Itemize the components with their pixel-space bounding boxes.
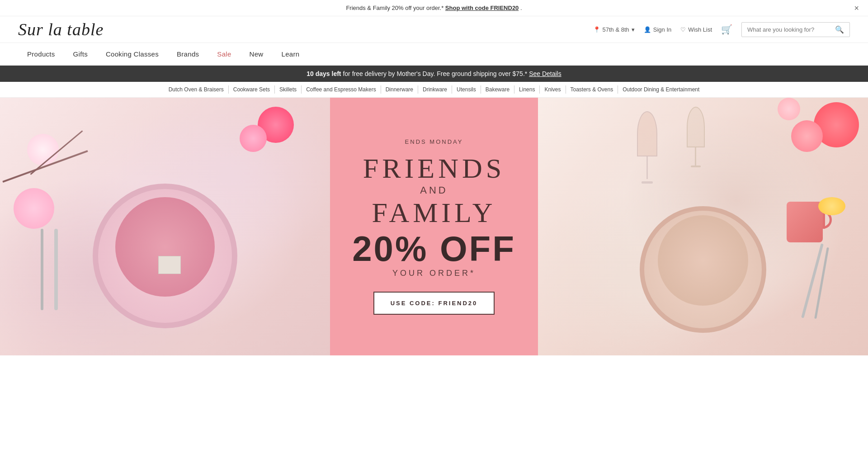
sub-nav-outdoor[interactable]: Outdoor Dining & Entertainment bbox=[618, 85, 704, 94]
hero-cta-button[interactable]: USE CODE: FRIEND20 bbox=[373, 292, 495, 315]
sub-nav-linens[interactable]: Linens bbox=[514, 85, 540, 94]
hero-left-image bbox=[0, 98, 330, 355]
gift-decoration bbox=[158, 256, 181, 274]
search-icon[interactable]: 🔍 bbox=[835, 25, 844, 34]
hero-right-image bbox=[538, 98, 868, 355]
sub-nav-toasters[interactable]: Toasters & Ovens bbox=[566, 85, 618, 94]
sub-nav-cookware-sets[interactable]: Cookware Sets bbox=[229, 85, 275, 94]
delivery-banner: 10 days left for free delivery by Mother… bbox=[0, 66, 868, 82]
banner-link[interactable]: Shop with code FRIEND20 bbox=[445, 5, 519, 11]
wine-glass-2 bbox=[687, 107, 705, 170]
nav-item-sale[interactable]: Sale bbox=[208, 43, 240, 65]
location-selector[interactable]: 📍 57th & 8th ▾ bbox=[593, 26, 635, 33]
wish-list-text: Wish List bbox=[688, 26, 712, 33]
plate-inner-right bbox=[658, 215, 748, 306]
cart-button[interactable]: 🛒 bbox=[721, 24, 732, 35]
sub-nav-knives[interactable]: Knives bbox=[540, 85, 566, 94]
sub-nav-skillets[interactable]: Skillets bbox=[275, 85, 302, 94]
sub-nav-utensils[interactable]: Utensils bbox=[452, 85, 481, 94]
sub-nav-drinkware[interactable]: Drinkware bbox=[418, 85, 452, 94]
hero-promo-panel: ENDS MONDAY FRIENDS AND FAMILY 20% OFF Y… bbox=[330, 98, 538, 355]
delivery-details-link[interactable]: See Details bbox=[529, 70, 561, 77]
nav-item-brands[interactable]: Brands bbox=[168, 43, 208, 65]
knife-decoration bbox=[41, 229, 43, 310]
cart-icon: 🛒 bbox=[721, 24, 732, 34]
sub-nav-coffee[interactable]: Coffee and Espresso Makers bbox=[302, 85, 381, 94]
top-banner: Friends & Family 20% off your order.* Sh… bbox=[0, 0, 868, 16]
flower-right-3 bbox=[778, 98, 800, 120]
flower-2 bbox=[240, 125, 267, 152]
plate-inner-decoration bbox=[115, 197, 215, 297]
heart-icon: ♡ bbox=[680, 26, 686, 33]
fork-right bbox=[801, 243, 824, 318]
hero-and-text: AND bbox=[420, 184, 448, 196]
nav-item-learn[interactable]: Learn bbox=[273, 43, 309, 65]
logo-text: Sur la table bbox=[18, 21, 104, 38]
header-right: 📍 57th & 8th ▾ 👤 Sign In ♡ Wish List 🛒 🔍 bbox=[593, 22, 850, 37]
nav-item-products[interactable]: Products bbox=[18, 43, 64, 65]
location-pin-icon: 📍 bbox=[593, 26, 600, 33]
knife-right bbox=[814, 247, 829, 319]
nav-item-cooking-classes[interactable]: Cooking Classes bbox=[97, 43, 168, 65]
hero-friends-text: FRIENDS bbox=[363, 154, 505, 182]
sub-nav-dinnerware[interactable]: Dinnerware bbox=[381, 85, 418, 94]
wish-list-link[interactable]: ♡ Wish List bbox=[680, 26, 712, 33]
nav-item-gifts[interactable]: Gifts bbox=[64, 43, 97, 65]
nav-item-new[interactable]: New bbox=[241, 43, 273, 65]
sign-in-link[interactable]: 👤 Sign In bbox=[644, 26, 671, 33]
fork-decoration bbox=[54, 229, 58, 310]
main-nav: Products Gifts Cooking Classes Brands Sa… bbox=[0, 43, 868, 66]
sub-nav-dutch-oven[interactable]: Dutch Oven & Braisers bbox=[164, 85, 229, 94]
hero-family-text: FAMILY bbox=[372, 199, 496, 227]
hero-order-text: YOUR ORDER* bbox=[392, 269, 476, 278]
flower-right-2 bbox=[791, 120, 823, 152]
lemon-decoration bbox=[818, 197, 845, 215]
sub-nav-bakeware[interactable]: Bakeware bbox=[481, 85, 514, 94]
flower-3 bbox=[27, 134, 59, 165]
person-icon: 👤 bbox=[644, 26, 651, 33]
wine-glass-container bbox=[637, 111, 657, 184]
mug-right bbox=[787, 202, 823, 242]
flower-4 bbox=[14, 188, 54, 229]
location-text: 57th & 8th bbox=[603, 26, 629, 33]
banner-suffix: . bbox=[520, 5, 522, 11]
logo[interactable]: Sur la table bbox=[18, 21, 104, 38]
sub-nav: Dutch Oven & Braisers Cookware Sets Skil… bbox=[0, 82, 868, 98]
location-chevron-icon: ▾ bbox=[632, 26, 635, 33]
banner-text: Friends & Family 20% off your order.* bbox=[346, 5, 443, 11]
search-input[interactable] bbox=[747, 26, 835, 33]
hero-discount-text: 20% OFF bbox=[352, 231, 516, 266]
hero-ends-text: ENDS MONDAY bbox=[405, 138, 463, 145]
sign-in-text: Sign In bbox=[653, 26, 671, 33]
banner-close-button[interactable]: × bbox=[854, 3, 859, 13]
delivery-text: for free delivery by Mother's Day. Free … bbox=[343, 70, 527, 77]
search-bar: 🔍 bbox=[741, 22, 850, 37]
days-left-text: 10 days left bbox=[307, 70, 341, 77]
header: Sur la table 📍 57th & 8th ▾ 👤 Sign In ♡ … bbox=[0, 16, 868, 43]
hero-section: ENDS MONDAY FRIENDS AND FAMILY 20% OFF Y… bbox=[0, 98, 868, 355]
